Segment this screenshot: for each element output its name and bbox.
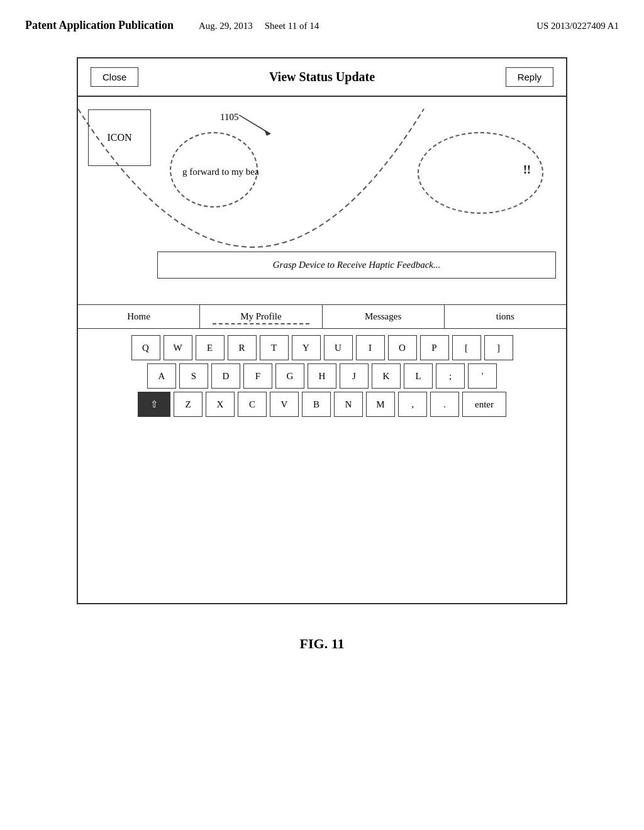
patent-title: Patent Application Publication xyxy=(25,19,174,32)
patent-meta: Aug. 29, 2013 Sheet 11 of 14 xyxy=(199,21,511,31)
key-S[interactable]: S xyxy=(179,363,208,389)
diagram-wrapper: Close View Status Update Reply ICON 1105 xyxy=(0,38,644,617)
key-row-1: Q W E R T Y U I O P [ ] xyxy=(87,335,557,360)
key-period[interactable]: . xyxy=(430,392,459,417)
icon-box: ICON xyxy=(88,109,151,166)
key-B[interactable]: B xyxy=(302,392,331,417)
haptic-text: Grasp Device to Receive Haptic Feedback.… xyxy=(273,260,441,270)
key-W[interactable]: W xyxy=(164,335,192,360)
content-right: 1105 g forward to my bea !! Grasp Device… xyxy=(157,107,556,288)
key-U[interactable]: U xyxy=(324,335,353,360)
circles-area: g forward to my bea !! xyxy=(157,107,556,245)
key-G[interactable]: G xyxy=(275,363,304,389)
diagram-outer: Close View Status Update Reply ICON 1105 xyxy=(77,57,567,604)
patent-number: US 2013/0227409 A1 xyxy=(536,21,619,31)
key-L[interactable]: L xyxy=(404,363,433,389)
haptic-feedback-box: Grasp Device to Receive Haptic Feedback.… xyxy=(157,252,556,279)
nav-bar: Home My Profile Messages tions xyxy=(78,304,566,329)
key-V[interactable]: V xyxy=(270,392,299,417)
nav-messages-label: Messages xyxy=(365,311,401,321)
key-rbracket[interactable]: ] xyxy=(484,335,513,360)
svg-marker-1 xyxy=(264,130,270,136)
key-row-3: ⇧ Z X C V B N M , . enter xyxy=(87,392,557,417)
key-Q[interactable]: Q xyxy=(131,335,160,360)
nav-item-myprofile[interactable]: My Profile xyxy=(200,305,322,328)
key-enter[interactable]: enter xyxy=(462,392,506,417)
fig-caption: FIG. 11 xyxy=(0,636,644,665)
key-F[interactable]: F xyxy=(243,363,272,389)
nav-item-home[interactable]: Home xyxy=(78,305,200,328)
key-semicolon[interactable]: ; xyxy=(436,363,465,389)
key-Y[interactable]: Y xyxy=(292,335,321,360)
topbar-title: View Status Update xyxy=(269,70,375,84)
key-N[interactable]: N xyxy=(334,392,363,417)
key-K[interactable]: K xyxy=(372,363,401,389)
key-Z[interactable]: Z xyxy=(174,392,203,417)
key-A[interactable]: A xyxy=(147,363,176,389)
key-X[interactable]: X xyxy=(206,392,235,417)
nav-item-tions[interactable]: tions xyxy=(445,305,566,328)
key-H[interactable]: H xyxy=(308,363,336,389)
key-O[interactable]: O xyxy=(388,335,417,360)
close-button[interactable]: Close xyxy=(91,67,138,87)
patent-date: Aug. 29, 2013 xyxy=(199,21,253,31)
key-J[interactable]: J xyxy=(340,363,369,389)
content-text: g forward to my bea xyxy=(182,167,259,177)
key-E[interactable]: E xyxy=(196,335,225,360)
reply-button[interactable]: Reply xyxy=(506,67,553,87)
diagram-topbar: Close View Status Update Reply xyxy=(78,58,566,97)
keyboard-area: Q W E R T Y U I O P [ ] A S D F G H xyxy=(78,329,566,426)
label-1105: 1105 xyxy=(220,112,238,123)
patent-header: Patent Application Publication Aug. 29, … xyxy=(0,0,644,38)
icon-label: ICON xyxy=(107,132,131,143)
key-P[interactable]: P xyxy=(420,335,449,360)
key-R[interactable]: R xyxy=(228,335,257,360)
key-D[interactable]: D xyxy=(211,363,240,389)
nav-home-label: Home xyxy=(127,311,150,321)
key-I[interactable]: I xyxy=(356,335,385,360)
key-C[interactable]: C xyxy=(238,392,267,417)
diagram-content: ICON 1105 g forward to my bea !! xyxy=(78,97,566,298)
key-T[interactable]: T xyxy=(260,335,289,360)
exclaim-text: !! xyxy=(523,163,531,177)
key-row-2: A S D F G H J K L ; ' xyxy=(87,363,557,389)
nav-tions-label: tions xyxy=(496,311,514,321)
key-shift[interactable]: ⇧ xyxy=(138,392,170,417)
nav-myprofile-label: My Profile xyxy=(240,311,281,321)
key-M[interactable]: M xyxy=(366,392,395,417)
patent-sheet: Sheet 11 of 14 xyxy=(265,21,319,31)
key-comma[interactable]: , xyxy=(398,392,427,417)
key-lbracket[interactable]: [ xyxy=(452,335,481,360)
arrow-1105-svg xyxy=(239,112,283,140)
key-quote[interactable]: ' xyxy=(468,363,497,389)
nav-underline xyxy=(213,323,310,324)
nav-item-messages[interactable]: Messages xyxy=(323,305,445,328)
